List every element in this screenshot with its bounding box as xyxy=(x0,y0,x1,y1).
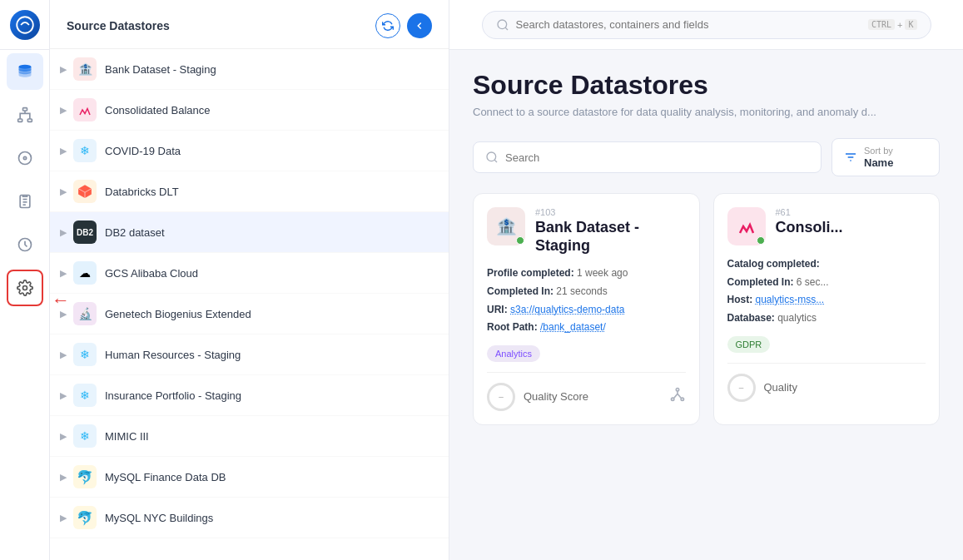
svg-point-12 xyxy=(22,286,27,290)
chevron-icon: ▶ xyxy=(60,390,67,401)
ds-name: Human Resources - Staging xyxy=(105,349,241,361)
card-tags-bank: Analytics xyxy=(487,345,686,362)
sidebar-item-databricks[interactable]: ▶ Databricks DLT xyxy=(50,171,449,212)
chevron-icon: ▶ xyxy=(60,513,67,523)
page-subtitle: Connect to a source datastore for data q… xyxy=(473,106,940,118)
sidebar-list: ▶ 🏦 Bank Dataset - Staging ▶ Consolidate… xyxy=(50,49,449,560)
chevron-icon: ▶ xyxy=(60,227,67,238)
search-icon xyxy=(496,18,509,32)
settings-arrow-indicator: ← xyxy=(52,290,70,311)
sort-icon xyxy=(844,151,857,164)
hierarchy-nav-icon[interactable] xyxy=(7,97,43,133)
sort-value: Name xyxy=(864,156,893,169)
ds-icon-mysql-finance: 🐬 xyxy=(73,465,97,488)
card-avatar-consolidated xyxy=(727,207,766,245)
sidebar-item-insurance[interactable]: ▶ ❄ Insurance Portfolio - Staging xyxy=(50,375,449,416)
sidebar-item-hr[interactable]: ▶ ❄ Human Resources - Staging xyxy=(50,335,449,375)
keyboard-shortcut: CTRL + K xyxy=(868,19,917,30)
icon-bar: ← xyxy=(0,0,50,560)
card-title-area: #103 Bank Dataset - Staging xyxy=(535,207,686,255)
sidebar-item-mimic[interactable]: ▶ ❄ MIMIC III xyxy=(50,416,449,457)
ds-icon-db2: DB2 xyxy=(73,221,97,244)
chevron-icon: ▶ xyxy=(60,105,67,116)
ds-name: DB2 dataset xyxy=(105,226,165,239)
uri-link[interactable]: s3a://qualytics-demo-data xyxy=(510,304,624,315)
svg-point-13 xyxy=(498,20,507,29)
refresh-button[interactable] xyxy=(375,13,400,38)
ds-icon-hr: ❄ xyxy=(73,343,97,366)
sidebar: Source Datastores ▶ 🏦 Bank Dataset - Sta… xyxy=(50,0,449,560)
collapse-sidebar-button[interactable] xyxy=(407,13,432,38)
quality-label: Quality Score xyxy=(524,390,661,403)
svg-point-17 xyxy=(681,398,683,400)
quality-label: Quality xyxy=(764,381,926,394)
network-icon xyxy=(669,386,686,407)
main-content: CTRL + K Source Datastores Connect to a … xyxy=(449,0,963,560)
compass-nav-icon[interactable] xyxy=(7,140,43,176)
top-bar: CTRL + K xyxy=(449,0,963,50)
card-title-area: #61 Consoli... xyxy=(776,207,926,237)
ds-name: Consolidated Balance xyxy=(105,104,210,116)
chevron-icon: ▶ xyxy=(60,268,67,279)
clipboard-nav-icon[interactable] xyxy=(7,183,43,220)
ds-icon-covid: ❄ xyxy=(73,139,97,162)
tag-gdpr[interactable]: GDPR xyxy=(727,336,771,353)
svg-point-6 xyxy=(23,156,26,159)
global-search-box[interactable]: CTRL + K xyxy=(482,11,931,39)
ds-name: Databricks DLT xyxy=(105,186,179,198)
ds-name: Genetech Biogenius Extended xyxy=(105,308,251,320)
page-title: Source Datastores xyxy=(473,70,940,101)
quality-circle: – xyxy=(487,383,515,411)
svg-point-14 xyxy=(487,152,496,161)
datastore-search-input[interactable] xyxy=(505,151,809,164)
app-logo xyxy=(0,0,50,50)
ds-icon-mimic: ❄ xyxy=(73,424,97,448)
ds-name: COVID-19 Data xyxy=(105,145,181,157)
content-area: Source Datastores Connect to a source da… xyxy=(449,50,963,560)
datastore-search-box[interactable] xyxy=(473,141,822,173)
host-link[interactable]: qualytics-mss... xyxy=(756,294,825,305)
root-path-link[interactable]: /bank_dataset/ xyxy=(540,321,606,333)
sidebar-item-mysql-nyc[interactable]: ▶ 🐬 MySQL NYC Buildings xyxy=(50,498,449,538)
card-avatar-bank: 🏦 xyxy=(487,207,525,245)
sidebar-item-consolidated[interactable]: ▶ Consolidated Balance xyxy=(50,90,449,131)
ds-name: MySQL Finance Data DB xyxy=(105,471,226,483)
chevron-icon: ▶ xyxy=(60,349,67,360)
ds-name: MySQL NYC Buildings xyxy=(105,512,213,524)
ds-icon-gcs: ☁ xyxy=(73,261,97,285)
sidebar-title: Source Datastores xyxy=(67,19,170,32)
datastore-card-bank[interactable]: 🏦 #103 Bank Dataset - Staging Profile co… xyxy=(473,193,700,425)
svg-point-16 xyxy=(671,398,673,400)
global-search-input[interactable] xyxy=(516,18,861,31)
ds-name: GCS Alibaba Cloud xyxy=(105,267,198,280)
chevron-icon: ▶ xyxy=(60,146,67,156)
svg-rect-4 xyxy=(27,119,32,121)
svg-point-5 xyxy=(18,152,31,165)
sort-label: Sort by xyxy=(864,146,893,156)
datastore-card-consolidated[interactable]: #61 Consoli... Catalog completed: Comple… xyxy=(713,193,941,425)
sidebar-item-gcs[interactable]: ▶ ☁ GCS Alibaba Cloud xyxy=(50,253,449,294)
sidebar-item-genetech[interactable]: ▶ 🔬 Genetech Biogenius Extended xyxy=(50,294,449,335)
sidebar-item-db2[interactable]: ▶ DB2 DB2 dataset xyxy=(50,212,449,253)
sidebar-item-bank-dataset[interactable]: ▶ 🏦 Bank Dataset - Staging xyxy=(50,49,449,90)
quality-circle: – xyxy=(727,374,756,402)
sort-control[interactable]: Sort by Name xyxy=(831,138,940,176)
sidebar-item-covid[interactable]: ▶ ❄ COVID-19 Data xyxy=(50,131,449,171)
database-nav-icon[interactable] xyxy=(7,53,43,90)
ds-name: MIMIC III xyxy=(105,430,149,443)
card-id: #103 xyxy=(535,207,686,217)
quality-row-bank: – Quality Score xyxy=(487,372,686,411)
ds-name: Insurance Portfolio - Staging xyxy=(105,389,241,402)
svg-point-15 xyxy=(676,389,678,391)
clock-nav-icon[interactable] xyxy=(7,226,43,263)
svg-rect-3 xyxy=(17,119,22,121)
filter-bar: Sort by Name xyxy=(473,138,940,176)
sidebar-item-mysql-finance[interactable]: ▶ 🐬 MySQL Finance Data DB xyxy=(50,457,449,498)
sidebar-actions xyxy=(375,13,432,38)
status-dot xyxy=(516,236,524,245)
tag-analytics[interactable]: Analytics xyxy=(487,345,540,362)
settings-nav-icon[interactable] xyxy=(7,270,43,306)
card-name: Bank Dataset - Staging xyxy=(535,219,686,255)
search-icon xyxy=(485,151,499,164)
card-meta-bank: Profile completed: 1 week ago Completed … xyxy=(487,265,686,336)
